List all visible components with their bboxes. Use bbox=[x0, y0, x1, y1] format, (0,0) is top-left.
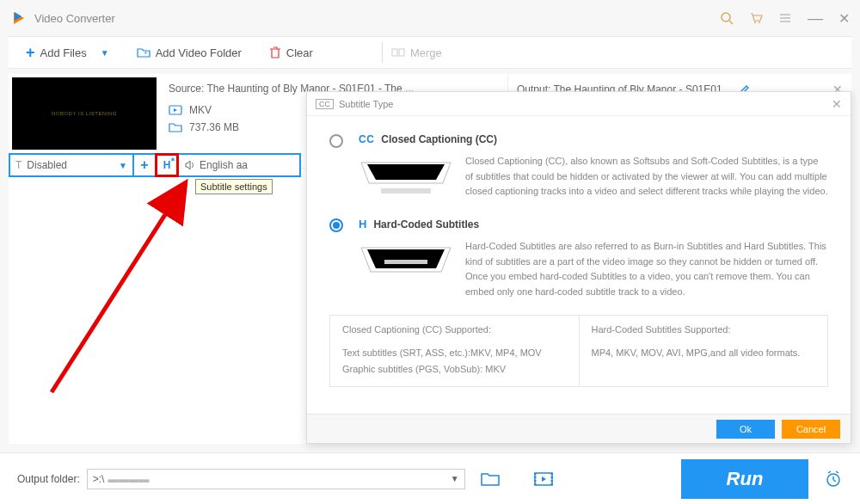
svg-line-24 bbox=[828, 471, 831, 473]
dialog-body: CC Closed Captioning (CC) Closed Caption… bbox=[307, 116, 851, 414]
svg-line-11 bbox=[52, 182, 186, 392]
output-folder-select[interactable]: >:\ ▬▬▬▬ ▼ bbox=[87, 469, 465, 489]
folder-plus-icon: + bbox=[137, 46, 150, 59]
minimize-icon[interactable]: — bbox=[808, 9, 823, 28]
add-files-label: Add Files bbox=[40, 46, 87, 59]
titlebar: Video Converter — ✕ bbox=[0, 0, 860, 36]
subtitle-language-value: English aa bbox=[200, 159, 248, 171]
svg-point-3 bbox=[759, 22, 760, 23]
cart-icon[interactable] bbox=[749, 11, 763, 25]
cc-badge-icon: CC bbox=[359, 133, 374, 145]
subtitle-mode-select[interactable]: T Disabled ▼ bbox=[10, 155, 132, 175]
hard-heading: Hard-Coded Subtitles bbox=[373, 218, 479, 230]
hard-illustration-icon bbox=[359, 239, 453, 287]
merge-label: Merge bbox=[410, 46, 442, 59]
trash-icon bbox=[269, 46, 281, 58]
format-icon bbox=[169, 103, 182, 117]
toolbar: + Add Files ▼ + Add Video Folder Clear M… bbox=[9, 36, 851, 69]
clear-label: Clear bbox=[286, 46, 313, 59]
speaker-icon bbox=[184, 159, 196, 171]
file-size: 737.36 MB bbox=[189, 121, 239, 133]
menu-icon[interactable] bbox=[778, 11, 792, 25]
add-files-button[interactable]: + Add Files ▼ bbox=[17, 39, 118, 67]
cc-heading: Closed Captioning (CC) bbox=[381, 133, 497, 145]
h-badge-icon: H bbox=[359, 218, 366, 230]
tooltip: Subtitle settings bbox=[195, 179, 273, 194]
hard-description: Hard-Coded Subtitles are also referred t… bbox=[465, 239, 828, 299]
annotation-arrow bbox=[34, 177, 206, 401]
chevron-down-icon[interactable]: ▼ bbox=[101, 48, 109, 58]
dialog-titlebar: CC Subtitle Type ✕ bbox=[307, 92, 851, 116]
plus-icon: + bbox=[26, 44, 35, 62]
close-icon[interactable]: ✕ bbox=[838, 10, 850, 27]
radio-hard[interactable] bbox=[329, 218, 343, 232]
video-thumbnail[interactable]: NOBODY IS LISTENING bbox=[12, 77, 157, 150]
app-logo-icon bbox=[10, 9, 28, 27]
folder-icon bbox=[169, 120, 182, 134]
plus-icon: + bbox=[140, 157, 148, 173]
svg-rect-9 bbox=[399, 49, 404, 56]
svg-line-1 bbox=[729, 21, 733, 24]
svg-point-0 bbox=[722, 13, 730, 22]
svg-line-25 bbox=[836, 471, 838, 473]
subtitle-settings-button[interactable]: H✶ bbox=[157, 155, 177, 175]
svg-rect-8 bbox=[392, 49, 397, 56]
thumbnail-text: NOBODY IS LISTENING bbox=[52, 111, 117, 116]
support-table: Closed Captioning (CC) Supported: Text s… bbox=[329, 315, 828, 386]
svg-line-23 bbox=[833, 480, 836, 482]
subtitle-mode-value: Disabled bbox=[27, 159, 67, 171]
add-subtitle-button[interactable]: + bbox=[134, 155, 155, 175]
cc-description: Closed Captioning (CC), also known as So… bbox=[465, 154, 828, 202]
cc-supported-line1: Text subtitles (SRT, ASS, etc.):MKV, MP4… bbox=[342, 345, 567, 361]
file-format: MKV bbox=[189, 104, 212, 116]
svg-marker-12 bbox=[367, 164, 445, 180]
cancel-button[interactable]: Cancel bbox=[782, 420, 840, 439]
output-folder-label: Output folder: bbox=[17, 473, 80, 485]
dialog-title: Subtitle Type bbox=[339, 99, 393, 109]
svg-text:+: + bbox=[144, 49, 148, 57]
svg-rect-14 bbox=[381, 188, 431, 194]
run-button[interactable]: Run bbox=[681, 459, 808, 499]
add-video-folder-button[interactable]: + Add Video Folder bbox=[128, 40, 250, 65]
cc-illustration-icon bbox=[359, 154, 453, 202]
subtitle-type-dialog: CC Subtitle Type ✕ CC Closed Captioning … bbox=[306, 91, 851, 444]
output-format-button[interactable] bbox=[534, 471, 553, 487]
add-folder-label: Add Video Folder bbox=[156, 46, 242, 59]
chevron-down-icon: ▼ bbox=[119, 161, 127, 170]
hard-supported-body: MP4, MKV, MOV, AVI, MPG,and all video fo… bbox=[592, 345, 816, 361]
svg-point-2 bbox=[754, 22, 756, 23]
option-closed-captioning[interactable]: CC Closed Captioning (CC) Closed Caption… bbox=[329, 133, 828, 202]
option-hard-coded[interactable]: H Hard-Coded Subtitles Hard-Coded Subtit… bbox=[329, 218, 828, 299]
radio-cc[interactable] bbox=[329, 134, 343, 148]
cc-supported-head: Closed Captioning (CC) Supported: bbox=[342, 324, 567, 335]
bottom-bar: Output folder: >:\ ▬▬▬▬ ▼ Run bbox=[0, 452, 860, 504]
subtitle-language-select[interactable]: English aa bbox=[179, 155, 299, 175]
dialog-footer: Ok Cancel bbox=[307, 414, 851, 443]
cc-badge-icon: CC bbox=[316, 99, 334, 109]
close-icon[interactable]: ✕ bbox=[832, 97, 842, 111]
h-settings-icon: H✶ bbox=[163, 159, 171, 171]
output-folder-value: >:\ bbox=[93, 473, 105, 485]
chevron-down-icon: ▼ bbox=[451, 474, 459, 483]
svg-rect-16 bbox=[384, 260, 427, 264]
svg-marker-15 bbox=[367, 249, 445, 268]
app-title: Video Converter bbox=[34, 12, 115, 25]
hard-supported-head: Hard-Coded Subtitles Supported: bbox=[592, 324, 816, 335]
merge-icon bbox=[391, 46, 405, 59]
ok-button[interactable]: Ok bbox=[716, 420, 775, 439]
search-icon[interactable] bbox=[720, 11, 734, 25]
cc-supported-line2: Graphic subtitles (PGS, VobSub): MKV bbox=[342, 361, 567, 378]
open-folder-button[interactable] bbox=[481, 471, 500, 487]
subtitle-bar: T Disabled ▼ + H✶ English aa bbox=[9, 153, 301, 177]
clear-button[interactable]: Clear bbox=[261, 41, 322, 65]
merge-button: Merge bbox=[383, 40, 451, 65]
text-icon: T bbox=[15, 159, 22, 171]
schedule-button[interactable] bbox=[824, 470, 843, 489]
